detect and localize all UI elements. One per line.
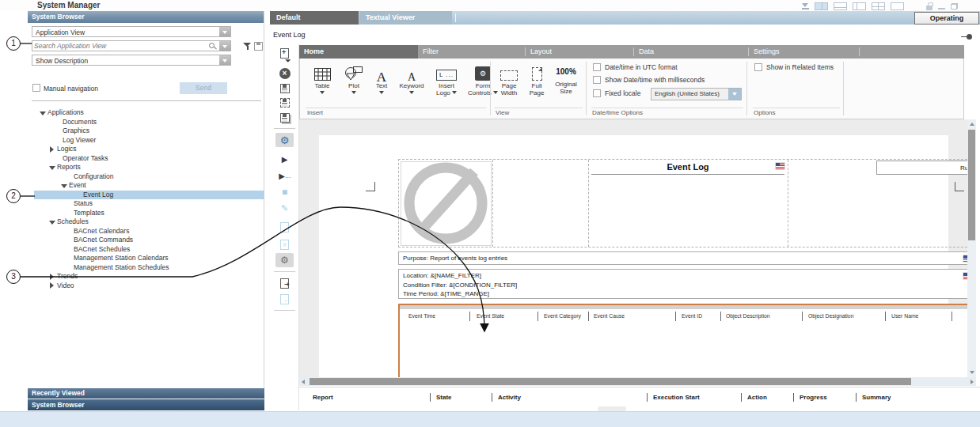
operating-mode-button[interactable]: Operating [914, 12, 979, 25]
save-icon[interactable] [275, 81, 294, 96]
run-at-field[interactable]: Run at: &[REPORT_START] [876, 161, 967, 175]
run-with-options-icon[interactable]: ▶… [275, 168, 294, 183]
execution-settings-icon[interactable]: ⚙ [275, 253, 294, 267]
run-report-icon[interactable]: ▶ [275, 152, 294, 166]
tree-item-bacnet-commands[interactable]: BACnet Commands [34, 236, 264, 245]
minimize-icon[interactable] [938, 8, 945, 9]
tab-textual-viewer[interactable]: Textual Viewer [359, 11, 452, 25]
tree-item-bacnet-calendars[interactable]: BACnet Calendars [34, 227, 264, 236]
cancel-icon[interactable]: × [275, 66, 294, 81]
fixed-locale-checkbox[interactable] [593, 89, 601, 97]
tree-item-operator-tasks[interactable]: Operator Tasks [34, 154, 264, 164]
insert-logo-button[interactable]: L ... Insert Logo [430, 62, 463, 96]
tree-item-ms-calendars[interactable]: Management Station Calendars [34, 254, 264, 263]
horizontal-scrollbar[interactable] [299, 377, 976, 386]
chevron-down-icon[interactable] [219, 55, 230, 65]
layout-left-pane-icon[interactable] [853, 2, 866, 10]
full-page-button[interactable]: Full Page [525, 62, 549, 96]
ribbon-tab-layout[interactable]: Layout [526, 45, 633, 59]
insert-plot-button[interactable]: Plot [340, 62, 368, 96]
expander-icon[interactable] [49, 219, 55, 225]
tree-item-graphics[interactable]: Graphics [34, 127, 264, 136]
chevron-down-icon[interactable] [219, 41, 230, 51]
expander-icon[interactable] [49, 146, 55, 153]
ribbon-tab-data[interactable]: Data [634, 45, 748, 59]
tree-item-ms-schedules[interactable]: Management Station Schedules [34, 263, 264, 273]
scroll-left-icon[interactable] [302, 380, 305, 384]
insert-text-button[interactable]: A Text [370, 62, 393, 96]
share-report-icon[interactable]: ➔ [275, 276, 294, 290]
system-browser-bottom-bar[interactable]: System Browser [28, 399, 264, 410]
tree-item-bacnet-schedules[interactable]: BACnet Schedules [34, 245, 264, 255]
scroll-right-icon[interactable] [971, 380, 974, 384]
milliseconds-checkbox[interactable] [593, 76, 601, 84]
pin-icon[interactable] [961, 34, 972, 40]
insert-table-button[interactable]: Table [306, 62, 338, 96]
chevron-down-icon[interactable] [728, 89, 741, 100]
tree-item-schedules[interactable]: Schedules [34, 217, 264, 227]
layout-two-pane-icon[interactable] [815, 2, 828, 10]
vertical-scrollbar[interactable] [967, 119, 976, 377]
export-pdf-icon[interactable] [275, 220, 294, 234]
insert-keyword-button[interactable]: A Keyword [395, 62, 428, 96]
restore-icon[interactable] [951, 3, 958, 9]
tree-item-event-log[interactable]: Event Log [34, 191, 264, 200]
tree-item-reports[interactable]: Reports [34, 163, 264, 172]
expander-icon[interactable] [61, 183, 67, 189]
search-field[interactable] [32, 40, 231, 51]
locale-dropdown[interactable]: English (United States) [651, 88, 742, 100]
page-width-button[interactable]: Page Width [495, 62, 523, 96]
import-report-icon[interactable]: ← [275, 292, 294, 306]
export-excel-icon[interactable]: X [275, 237, 294, 251]
tree-item-templates[interactable]: Templates [34, 209, 264, 218]
view-selector-dropdown[interactable]: Application View [32, 26, 231, 37]
scroll-down-icon[interactable] [970, 371, 974, 374]
report-page[interactable]: Event Log Run at: &[REPORT_START] Purpos… [319, 135, 948, 377]
tree-item-configuration[interactable]: Configuration [34, 172, 264, 182]
horizontal-scroll-thumb[interactable] [310, 378, 911, 385]
execution-column-header[interactable]: Progress [800, 394, 827, 401]
execution-column-header[interactable]: Summary [862, 394, 891, 401]
report-title-cell[interactable]: Event Log [589, 161, 787, 176]
tree-item-event[interactable]: Event [34, 181, 264, 191]
filter-summary-field[interactable]: Location: &[NAME_FILTER] Condition Filte… [398, 269, 967, 299]
original-size-button[interactable]: 100% Original Size [550, 62, 582, 95]
ribbon-tab-home[interactable]: Home [299, 45, 418, 59]
report-design-canvas[interactable]: Event Log Run at: &[REPORT_START] Purpos… [299, 119, 967, 377]
chevron-down-icon[interactable] [219, 27, 230, 36]
save-as-icon[interactable] [275, 96, 294, 110]
tree-item-documents[interactable]: Documents [34, 118, 264, 127]
tree-item-trends[interactable]: Trends [34, 272, 264, 282]
tab-default[interactable]: Default [270, 11, 359, 25]
execution-column-header[interactable]: Activity [498, 394, 521, 401]
report-table[interactable]: Event Time Event State Event Category Ev… [398, 304, 967, 377]
tree-item-log-viewer[interactable]: Log Viewer [34, 136, 264, 145]
report-settings-gear-icon[interactable]: ⚙ [275, 133, 294, 147]
layout-bottom-pane-icon[interactable] [834, 2, 847, 10]
ribbon-tab-filter[interactable]: Filter [418, 45, 525, 59]
tree-item-status[interactable]: Status [34, 199, 264, 209]
search-input[interactable] [34, 41, 204, 51]
edit-signature-icon[interactable]: ✎ [275, 201, 294, 215]
purpose-field[interactable]: Purpose: Report of events log entries [398, 251, 967, 265]
send-button[interactable]: Send [180, 82, 227, 94]
execution-column-header[interactable]: Report [313, 394, 333, 401]
manual-navigation-checkbox[interactable] [32, 84, 40, 92]
lock-icon[interactable] [926, 6, 933, 10]
logo-placeholder[interactable] [401, 161, 492, 246]
tree-item-applications[interactable]: Applications [34, 108, 264, 118]
execution-column-header[interactable]: Execution Start [653, 394, 700, 401]
save-search-icon[interactable] [254, 42, 263, 51]
tree-item-video[interactable]: Video [34, 282, 264, 291]
display-mode-dropdown[interactable]: Show Description [32, 55, 231, 66]
tree-item-logics[interactable]: Logics [34, 145, 264, 154]
ribbon-tab-settings[interactable]: Settings [749, 45, 859, 59]
expander-icon[interactable] [40, 110, 46, 116]
layout-single-pane-icon[interactable] [891, 2, 904, 10]
layout-four-pane-icon[interactable] [872, 2, 885, 10]
expander-icon[interactable] [49, 164, 55, 171]
save-all-icon[interactable] [275, 111, 294, 125]
utc-checkbox[interactable] [593, 63, 601, 71]
scroll-up-icon[interactable] [970, 123, 974, 126]
system-browser-header[interactable]: System Browser [28, 11, 264, 23]
